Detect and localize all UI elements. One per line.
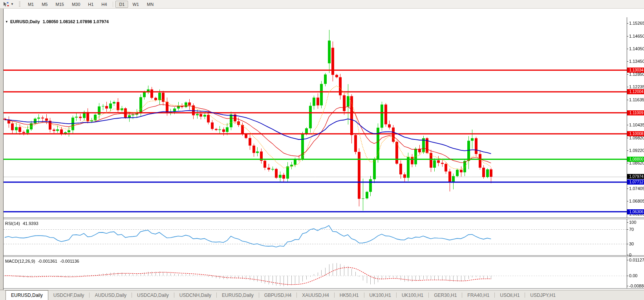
rsi-tick-label: 0 (629, 252, 631, 257)
chart-tab-2-audusd-daily[interactable]: AUDUSD,Daily (90, 290, 132, 300)
timeframe-button-m15[interactable]: M15 (52, 1, 67, 8)
chart-tab-1-usdchf-daily[interactable]: USDCHF,Daily (48, 290, 90, 300)
price-tick-label: 1.11635 (629, 97, 644, 102)
rsi-tick-mark (627, 229, 628, 230)
price-tick-label: 1.14650 (629, 34, 644, 38)
rsi-pane: RSI(14)41.9393 (0, 219, 644, 255)
price-tick-mark (627, 163, 628, 163)
rsi-tick-mark (627, 255, 628, 255)
chart-symbol-label: EURUSD,Daily (10, 19, 40, 24)
price-tick-label: 1.15265 (629, 21, 644, 26)
price-line-label: 1.13034 (627, 68, 644, 73)
chart-title: ▼EURUSD,Daily1.08050 1.08162 1.07898 1.0… (5, 19, 109, 24)
toolbar: ▼ M1M5M15M30H1H4D1W1MN (0, 0, 644, 9)
macd-tick-mark (627, 260, 628, 260)
rsi-tick-label: 70 (629, 227, 634, 232)
price-tick-label: 1.13450 (629, 59, 644, 64)
current-price-label: 1.07974 (627, 174, 644, 179)
price-tick-mark (627, 138, 628, 138)
price-tick-mark (627, 188, 628, 189)
divider (0, 288, 644, 289)
chart-tab-11-ger30-h1[interactable]: GER30,H1 (429, 290, 462, 300)
chart-tab-0-eurusd-daily[interactable]: EURUSD,Daily (5, 290, 48, 300)
chart-tab-9-uk100-h1[interactable]: UK100,H1 (364, 290, 396, 300)
chart-tab-5-eurusd-daily[interactable]: EURUSD,Daily (217, 290, 259, 300)
timeframe-button-m5[interactable]: M5 (38, 1, 51, 8)
timeframe-button-h4[interactable]: H4 (98, 1, 110, 8)
price-tick-label: 1.06805 (629, 199, 644, 203)
chart-tab-12-fra40-h1[interactable]: FRA40,H1 (462, 290, 494, 300)
price-tick-label: 1.07405 (629, 186, 644, 191)
timeframe-button-mn[interactable]: MN (143, 1, 157, 8)
price-line-label: 1.08800 (627, 157, 644, 162)
price-tick-mark (627, 74, 628, 75)
price-tick-mark (627, 23, 628, 24)
price-tick-mark (627, 61, 628, 62)
price-line-label: 1.12004 (627, 89, 644, 94)
price-line-label: 1.10008 (627, 131, 644, 136)
rsi-value: 41.9393 (23, 221, 38, 226)
price-line-label: 1.11009 (627, 110, 644, 115)
toolbar-grip[interactable] (19, 2, 20, 7)
macd-pane: MACD(12,26,9)-0.001361-0.001136 (0, 257, 644, 288)
price-chart-pane: ▼EURUSD,Daily1.08050 1.08162 1.07898 1.0… (0, 17, 644, 218)
price-tick-label: 1.12235 (629, 84, 644, 89)
macd-main-value: -0.001361 (38, 259, 57, 263)
price-line-label: 1.07712 (627, 179, 644, 185)
chevron-down-icon[interactable]: ▼ (11, 3, 14, 6)
toolbar-separator (113, 2, 113, 7)
chart-tab-7-xauusd-h4[interactable]: XAUUSD,H4 (297, 290, 334, 300)
rsi-tick-mark (627, 222, 628, 223)
timeframe-button-m30[interactable]: M30 (68, 1, 84, 8)
price-tick-mark (627, 36, 628, 37)
timeframe-button-m1[interactable]: M1 (24, 1, 37, 8)
chart-ohlc-values: 1.08050 1.08162 1.07898 1.07974 (43, 19, 109, 24)
pane-separator[interactable] (0, 218, 644, 219)
macd-label: MACD(12,26,9) (5, 259, 35, 263)
pane-separator[interactable] (0, 255, 644, 257)
rsi-tick-label: 100 (629, 220, 636, 225)
price-line-label: 1.06306 (627, 209, 644, 214)
macd-tick-label: 0.00 (629, 273, 637, 278)
price-chart-canvas[interactable] (0, 17, 644, 218)
price-tick-mark (627, 150, 628, 151)
macd-canvas[interactable] (0, 257, 644, 288)
chart-tab-10-uk100-h1[interactable]: UK100,H1 (397, 290, 428, 300)
rsi-canvas[interactable] (0, 219, 644, 255)
price-tick-mark (627, 87, 628, 87)
chart-tabs: EURUSD,DailyUSDCHF,DailyAUDUSD,DailyUSDC… (0, 290, 644, 300)
price-tick-mark (627, 125, 628, 125)
timeframe-button-h1[interactable]: H1 (84, 1, 97, 8)
symbol-dropdown-icon[interactable]: ▼ (5, 20, 8, 24)
timeframe-buttons: M1M5M15M30H1H4D1W1MN (24, 1, 157, 8)
chart-tab-3-usdcad-daily[interactable]: USDCAD,Daily (132, 290, 174, 300)
chart-tab-8-hk50-h1[interactable]: HK50,H1 (335, 290, 364, 300)
window-edge (0, 9, 4, 300)
rsi-label: RSI(14) (5, 221, 20, 226)
rsi-tick-label: 30 (629, 241, 634, 246)
chart-tab-4-usdcnh-daily[interactable]: USDCNH,Daily (174, 290, 216, 300)
price-tick-mark (627, 49, 628, 49)
price-tick-mark (627, 201, 628, 201)
macd-tick-label: -0.008845 (629, 284, 644, 288)
macd-tick-mark (627, 276, 628, 276)
chart-tab-6-gbpusd-h4[interactable]: GBPUSD,H4 (259, 290, 296, 300)
price-axis-border (627, 17, 627, 218)
macd-signal-value: -0.001136 (60, 259, 79, 263)
chart-tab-13-usoil-h1[interactable]: USOil,H1 (495, 290, 525, 300)
price-axis-border (627, 257, 627, 288)
price-tick-label: 1.10435 (629, 123, 644, 127)
chart-tab-14-usdjpy-h1[interactable]: USDJPY,H1 (525, 290, 560, 300)
chart-window: ▼EURUSD,Daily1.08050 1.08162 1.07898 1.0… (0, 8, 644, 300)
macd-tick-label: 0.011277 (629, 258, 644, 262)
chart-tools-icon[interactable] (2, 1, 10, 7)
price-axis-border (627, 219, 627, 255)
timeframe-button-w1[interactable]: W1 (129, 1, 143, 8)
rsi-title: RSI(14)41.9393 (5, 221, 38, 226)
macd-tick-mark (627, 286, 628, 286)
price-tick-mark (627, 100, 628, 100)
timeframe-button-d1[interactable]: D1 (115, 1, 128, 8)
macd-title: MACD(12,26,9)-0.001361-0.001136 (5, 259, 79, 263)
rsi-tick-mark (627, 244, 628, 244)
price-tick-label: 1.14050 (629, 46, 644, 51)
